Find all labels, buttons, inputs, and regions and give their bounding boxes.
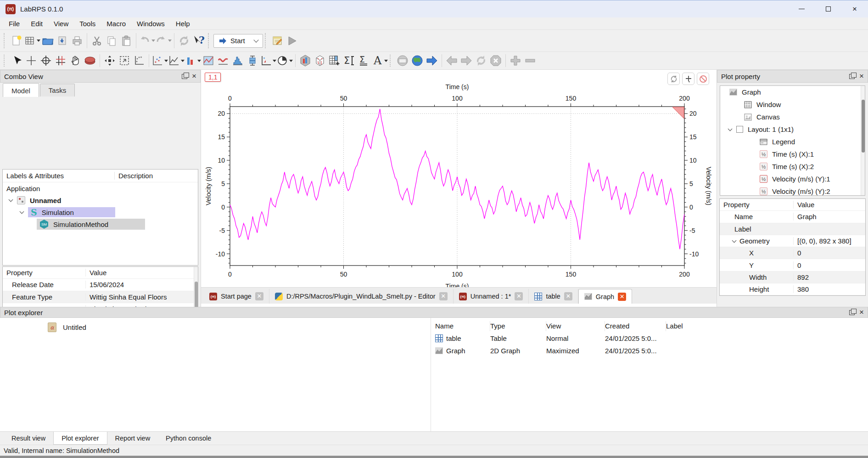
toolbar-grip[interactable] — [265, 33, 269, 48]
dropdown-arrow-icon[interactable] — [181, 60, 185, 62]
sum-rows-icon[interactable]: Σ — [357, 53, 371, 68]
axes-points-icon[interactable] — [132, 53, 146, 68]
expander-icon[interactable] — [732, 238, 737, 243]
float-panel-icon[interactable] — [849, 74, 855, 79]
open-folder-icon[interactable] — [40, 34, 55, 48]
menu-macro[interactable]: Macro — [101, 18, 131, 29]
menu-help[interactable]: Help — [171, 18, 195, 29]
property-row[interactable]: Height380 — [720, 283, 865, 295]
arrow-forward-blue-icon[interactable] — [425, 53, 439, 68]
scrollbar[interactable] — [861, 86, 865, 195]
paste-icon[interactable] — [119, 34, 134, 48]
nav-forward-icon[interactable] — [459, 53, 474, 68]
whats-this-icon[interactable]: ? — [191, 34, 206, 48]
menu-tools[interactable]: Tools — [74, 18, 101, 29]
close-panel-icon[interactable]: × — [859, 309, 864, 316]
float-panel-icon[interactable] — [849, 310, 855, 315]
snap-hash-icon[interactable] — [53, 53, 68, 68]
dropdown-arrow-icon[interactable] — [168, 40, 172, 42]
area-chart-icon[interactable] — [201, 53, 216, 68]
font-icon[interactable]: A — [371, 53, 388, 68]
zoom-region-icon[interactable] — [117, 53, 132, 68]
disc-3d-icon[interactable] — [83, 53, 97, 68]
redo-icon[interactable] — [155, 34, 172, 48]
table-header-row[interactable]: Name Type View Created Label — [435, 320, 863, 332]
pan-hand-icon[interactable] — [68, 53, 83, 68]
tree-item-xaxis-2[interactable]: ½ Time (s) (X):2 — [720, 160, 865, 173]
tree-column-header[interactable]: Labels & Attributes Description — [3, 170, 198, 182]
refresh-icon[interactable] — [177, 34, 191, 48]
tree-item-window[interactable]: Window — [720, 98, 865, 111]
close-panel-icon[interactable]: × — [192, 73, 196, 79]
property-row[interactable]: X0 — [720, 247, 865, 259]
toolbar-grip[interactable] — [4, 33, 7, 48]
dice-icon[interactable] — [313, 53, 327, 68]
tree-item-graph[interactable]: Graph — [720, 86, 865, 98]
workbench-selector[interactable]: Start — [213, 34, 263, 48]
tab-tasks[interactable]: Tasks — [40, 84, 75, 96]
axis-corner-icon[interactable] — [260, 53, 276, 68]
close-tab-icon[interactable]: ✕ — [439, 292, 448, 300]
scatter-plot-icon[interactable] — [151, 53, 168, 68]
tree-item-legend[interactable]: Legend — [720, 136, 865, 148]
print-icon[interactable] — [70, 34, 84, 48]
column-labels-attributes[interactable]: Labels & Attributes — [3, 172, 115, 180]
dropdown-arrow-icon[interactable] — [289, 60, 293, 62]
tab-report-view[interactable]: Report view — [107, 432, 158, 445]
new-table-icon[interactable] — [24, 34, 40, 48]
property-row[interactable]: Feature TypeWittig Sinha Equal Floors — [3, 291, 198, 303]
tab-plot-explorer[interactable]: Plot explorer — [53, 432, 107, 445]
panel-divider[interactable] — [431, 318, 431, 431]
doctab-unnamed[interactable]: (π) Unnamed : 1* ✕ — [454, 289, 529, 304]
macro-run-icon[interactable] — [285, 34, 300, 48]
property-row[interactable]: Release Date15/06/2024 — [3, 279, 198, 291]
expander-icon[interactable] — [9, 198, 13, 202]
tree-item-simulationmethod[interactable]: SM SimulationMethod — [3, 218, 198, 230]
copy-icon[interactable] — [104, 34, 119, 48]
column-description[interactable]: Description — [115, 172, 153, 180]
toolbar-grip[interactable] — [390, 55, 393, 67]
dropdown-arrow-icon[interactable] — [164, 60, 168, 62]
float-panel-icon[interactable] — [182, 74, 187, 79]
dropdown-arrow-icon[interactable] — [384, 60, 388, 62]
dropdown-arrow-icon[interactable] — [37, 40, 40, 42]
sum-columns-icon[interactable]: Σ — [342, 53, 357, 68]
tree-item-layout[interactable]: Layout: 1 (1x1) — [720, 123, 865, 136]
close-panel-icon[interactable]: × — [859, 73, 864, 79]
tree-item-yaxis-2[interactable]: ½ Velocity (m/s) (Y):2 — [720, 185, 865, 196]
nav-stop-icon[interactable] — [488, 53, 503, 68]
expander-icon[interactable] — [728, 126, 733, 131]
menu-view[interactable]: View — [49, 18, 73, 29]
scrollbar-thumb[interactable] — [862, 100, 865, 153]
maximize-button[interactable] — [815, 0, 841, 17]
table-row[interactable]: Graph 2D Graph Maximized 24/01/2025 5:0.… — [435, 345, 863, 357]
close-tab-icon[interactable]: ✕ — [255, 292, 263, 300]
close-tab-icon[interactable]: ✕ — [618, 293, 626, 301]
histogram-icon[interactable] — [230, 53, 245, 68]
move-icon[interactable] — [102, 53, 117, 68]
velocity-time-chart[interactable]: 005050100100150150200200-10-10-5-5005510… — [201, 70, 717, 287]
tree-item-unnamed[interactable]: Unnamed — [3, 194, 198, 206]
save-icon[interactable] — [55, 34, 70, 48]
table-row[interactable]: table Table Normal 24/01/2025 5:0... — [435, 332, 863, 345]
tree-item-application[interactable]: Application — [3, 182, 198, 194]
doctab-table[interactable]: table ✕ — [529, 289, 578, 304]
cut-icon[interactable] — [90, 34, 104, 48]
dropdown-arrow-icon[interactable] — [151, 40, 155, 42]
menu-edit[interactable]: Edit — [26, 18, 48, 29]
tree-item-xaxis-1[interactable]: ½ Time (s) (X):1 — [720, 148, 865, 160]
doctab-graph[interactable]: Graph ✕ — [578, 289, 632, 304]
doctab-editor[interactable]: D:/RPS/Macros/Plugin_WindLab_Smelt.py - … — [269, 289, 454, 304]
close-button[interactable]: × — [841, 0, 868, 17]
globe-icon[interactable] — [410, 53, 425, 68]
curve-red-icon[interactable] — [216, 53, 230, 68]
nav-refresh-icon[interactable] — [474, 53, 488, 68]
plot-tree-item-untitled[interactable]: α Untitled — [48, 322, 86, 332]
new-file-icon[interactable] — [9, 34, 24, 48]
close-tab-icon[interactable]: ✕ — [564, 292, 572, 300]
tree-item-simulation[interactable]: S Simulation — [3, 206, 198, 218]
add-plot-button[interactable] — [682, 73, 694, 85]
dropdown-arrow-icon[interactable] — [273, 60, 276, 62]
property-row[interactable]: Width892 — [720, 271, 865, 283]
disable-plot-button[interactable] — [697, 73, 709, 85]
